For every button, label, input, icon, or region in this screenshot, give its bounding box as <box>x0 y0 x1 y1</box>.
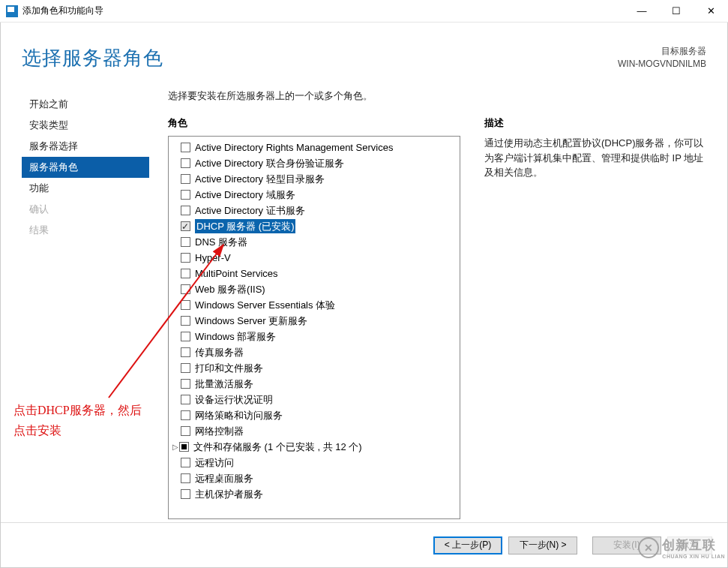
watermark: ✕ 创新互联 CHUANG XIN HU LIAN <box>638 536 725 559</box>
role-checkbox[interactable] <box>181 269 190 278</box>
role-row[interactable]: Active Directory 域服务 <box>170 187 458 203</box>
role-checkbox[interactable] <box>181 379 190 389</box>
content-area: 选择要安装在所选服务器上的一个或多个角色。 角色 Active Director… <box>149 86 712 519</box>
role-label: Active Directory Rights Management Servi… <box>195 140 393 155</box>
role-checkbox[interactable] <box>181 143 190 152</box>
watermark-icon: ✕ <box>638 537 659 558</box>
nav-features[interactable]: 功能 <box>22 178 149 199</box>
role-row[interactable]: Active Directory 轻型目录服务 <box>170 171 458 187</box>
role-checkbox[interactable] <box>181 158 190 168</box>
nav-results: 结果 <box>22 220 149 241</box>
role-row[interactable]: 打印和文件服务 <box>170 360 458 376</box>
app-icon <box>6 5 18 17</box>
role-checkbox[interactable] <box>181 174 190 184</box>
annotation-line2: 点击安装 <box>13 420 142 440</box>
role-checkbox[interactable] <box>181 395 190 404</box>
role-label: 网络策略和访问服务 <box>195 408 283 422</box>
role-label: Windows Server 更新服务 <box>195 314 307 328</box>
window-title: 添加角色和功能向导 <box>22 5 103 17</box>
role-checkbox[interactable] <box>181 253 190 263</box>
role-label: 远程桌面服务 <box>195 471 253 485</box>
role-label: Hyper-V <box>195 251 231 265</box>
wizard-body: 选择服务器角色 目标服务器 WIN-MOGVNDNILMB 开始之前 安装类型 … <box>0 23 728 568</box>
role-label: Active Directory 联合身份验证服务 <box>195 156 344 170</box>
role-checkbox[interactable] <box>181 458 190 467</box>
role-label: Windows Server Essentials 体验 <box>195 298 335 312</box>
role-label: 打印和文件服务 <box>195 361 263 375</box>
role-row[interactable]: Windows Server Essentials 体验 <box>170 297 458 313</box>
role-checkbox[interactable] <box>181 237 190 247</box>
role-row[interactable]: Active Directory Rights Management Servi… <box>170 140 458 155</box>
role-row[interactable]: Windows 部署服务 <box>170 329 458 344</box>
nav-server-selection[interactable]: 服务器选择 <box>22 136 149 157</box>
role-label: 网络控制器 <box>195 424 244 438</box>
role-checkbox[interactable] <box>181 300 190 310</box>
next-button[interactable]: 下一步(N) > <box>508 536 577 554</box>
close-button[interactable]: ✕ <box>694 0 728 22</box>
watermark-text: 创新互联 CHUANG XIN HU LIAN <box>662 536 725 559</box>
role-label: DNS 服务器 <box>195 235 247 249</box>
nav-confirmation: 确认 <box>22 199 149 220</box>
role-row[interactable]: ▷文件和存储服务 (1 个已安装 , 共 12 个) <box>170 439 458 455</box>
role-label: 远程访问 <box>195 455 234 470</box>
role-row[interactable]: 主机保护者服务 <box>170 486 458 502</box>
role-label: 传真服务器 <box>195 345 244 359</box>
role-row[interactable]: 批量激活服务 <box>170 376 458 392</box>
minimize-button[interactable]: — <box>625 0 659 22</box>
role-row[interactable]: 传真服务器 <box>170 344 458 360</box>
role-checkbox[interactable] <box>181 363 190 373</box>
nav-installation-type[interactable]: 安装类型 <box>22 115 149 136</box>
role-checkbox[interactable] <box>181 284 190 294</box>
role-row[interactable]: 设备运行状况证明 <box>170 392 458 407</box>
main-area: 开始之前 安装类型 服务器选择 服务器角色 功能 确认 结果 选择要安装在所选服… <box>1 79 727 519</box>
instruction-text: 选择要安装在所选服务器上的一个或多个角色。 <box>168 86 712 116</box>
role-label: Active Directory 域服务 <box>195 188 295 202</box>
role-checkbox[interactable] <box>181 332 190 341</box>
titlebar: 添加角色和功能向导 — ☐ ✕ <box>0 0 728 23</box>
role-label: Active Directory 轻型目录服务 <box>195 172 325 186</box>
role-checkbox[interactable] <box>181 489 190 499</box>
roles-listbox[interactable]: Active Directory Rights Management Servi… <box>168 136 460 519</box>
footer: < 上一步(P) 下一步(N) > 安装(I) 取消 <box>1 522 727 567</box>
target-server-block: 目标服务器 WIN-MOGVNDNILMB <box>618 45 706 71</box>
role-row[interactable]: Web 服务器(IIS) <box>170 281 458 297</box>
nav-server-roles[interactable]: 服务器角色 <box>22 157 149 178</box>
role-row[interactable]: Windows Server 更新服务 <box>170 313 458 329</box>
annotation-text: 点击DHCP服务器，然后 点击安装 <box>13 400 142 440</box>
role-checkbox[interactable] <box>181 473 190 483</box>
role-row[interactable]: 网络策略和访问服务 <box>170 407 458 423</box>
previous-button[interactable]: < 上一步(P) <box>433 536 502 554</box>
description-label: 描述 <box>484 116 712 136</box>
maximize-button[interactable]: ☐ <box>659 0 694 22</box>
role-checkbox[interactable] <box>181 410 190 420</box>
role-row[interactable]: MultiPoint Services <box>170 266 458 281</box>
nav-before-you-begin[interactable]: 开始之前 <box>22 94 149 115</box>
role-row[interactable]: Active Directory 证书服务 <box>170 203 458 218</box>
page-title: 选择服务器角色 <box>22 45 163 71</box>
role-row[interactable]: DHCP 服务器 (已安装) <box>170 218 458 234</box>
roles-column: 角色 Active Directory Rights Management Se… <box>168 116 460 519</box>
wizard-nav: 开始之前 安装类型 服务器选择 服务器角色 功能 确认 结果 <box>22 86 149 519</box>
role-row[interactable]: DNS 服务器 <box>170 234 458 250</box>
role-checkbox[interactable] <box>181 206 190 215</box>
columns: 角色 Active Directory Rights Management Se… <box>168 116 712 519</box>
role-label: DHCP 服务器 (已安装) <box>195 219 295 233</box>
role-checkbox[interactable] <box>181 347 190 357</box>
role-label: 设备运行状况证明 <box>195 392 273 407</box>
role-checkbox[interactable] <box>179 442 189 452</box>
role-row[interactable]: Hyper-V <box>170 250 458 266</box>
role-label: MultiPoint Services <box>195 266 278 281</box>
expander-icon[interactable]: ▷ <box>172 440 179 454</box>
role-label: 批量激活服务 <box>195 377 253 391</box>
role-checkbox[interactable] <box>181 426 190 436</box>
description-text: 通过使用动态主机配置协议(DHCP)服务器，你可以为客户端计算机集中配置、管理和… <box>484 136 712 180</box>
role-row[interactable]: 远程桌面服务 <box>170 470 458 486</box>
role-row[interactable]: 网络控制器 <box>170 423 458 439</box>
role-label: Web 服务器(IIS) <box>195 282 265 296</box>
description-column: 描述 通过使用动态主机配置协议(DHCP)服务器，你可以为客户端计算机集中配置、… <box>484 116 712 519</box>
role-checkbox[interactable] <box>181 316 190 326</box>
role-checkbox[interactable] <box>181 190 190 200</box>
role-checkbox[interactable] <box>181 221 190 231</box>
role-row[interactable]: 远程访问 <box>170 455 458 470</box>
role-row[interactable]: Active Directory 联合身份验证服务 <box>170 155 458 171</box>
